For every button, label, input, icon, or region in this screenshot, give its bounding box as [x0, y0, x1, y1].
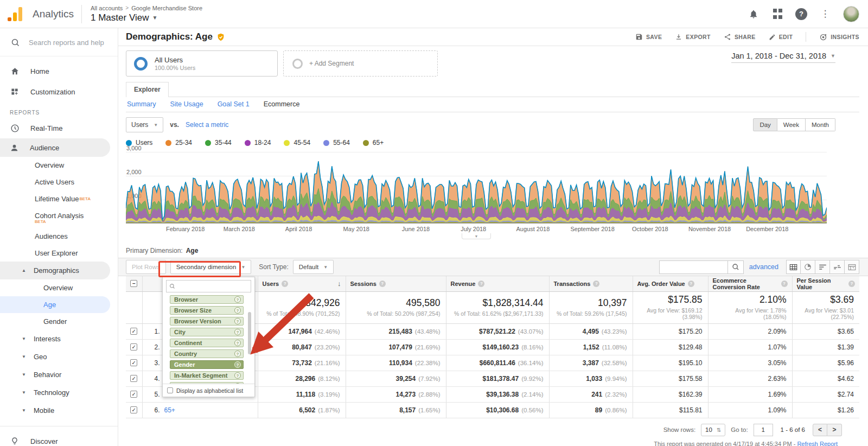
share-button[interactable]: SHARE	[724, 33, 756, 41]
alphabetical-list-checkbox[interactable]	[167, 387, 173, 393]
subtab-summary[interactable]: Summary	[127, 100, 156, 108]
tab-explorer[interactable]: Explorer	[126, 82, 169, 97]
row-checkbox[interactable]: ✓	[130, 328, 137, 335]
dimension-option-gender[interactable]: Gender?	[170, 360, 244, 369]
refresh-report-link[interactable]: Refresh Report	[797, 441, 838, 446]
stacked-area-chart[interactable]	[126, 152, 827, 223]
help-icon[interactable]: ?	[478, 281, 484, 287]
table-search-input[interactable]	[659, 260, 727, 274]
sidebar-item-mobile[interactable]: ▼Mobile	[0, 402, 110, 419]
view-table-button[interactable]	[786, 260, 801, 274]
view-percentage-button[interactable]	[801, 260, 815, 274]
analytics-logo-icon[interactable]	[8, 7, 27, 21]
row-checkbox[interactable]: ✓	[130, 391, 137, 398]
dimension-option-browser[interactable]: Browser?	[170, 295, 244, 304]
help-icon[interactable]: ?	[234, 361, 241, 368]
secondary-dimension-button[interactable]: Secondary dimension ▼	[170, 260, 252, 274]
help-icon[interactable]: ?	[795, 8, 807, 20]
view-selector[interactable]: 1 Master View ▼	[91, 12, 202, 23]
user-avatar[interactable]	[843, 6, 859, 22]
column-header-ecommerce-conversion-rate[interactable]: Ecommerce Conversion Rate?	[708, 276, 792, 291]
granularity-week[interactable]: Week	[777, 118, 806, 131]
granularity-day[interactable]: Day	[753, 118, 777, 131]
row-checkbox[interactable]: ✓	[130, 359, 137, 366]
dimension-option-city[interactable]: City?	[170, 328, 244, 336]
select-all-checkbox[interactable]: –	[126, 276, 142, 291]
save-button[interactable]: SAVE	[635, 33, 662, 41]
help-icon[interactable]: ?	[781, 281, 788, 287]
help-icon[interactable]: ?	[234, 351, 241, 357]
sidebar-item-home[interactable]: Home	[0, 61, 118, 81]
dimension-option-browser-size[interactable]: Browser Size?	[170, 306, 244, 315]
advanced-link[interactable]: advanced	[749, 263, 778, 271]
sidebar-item-audience-overview[interactable]: Overview	[0, 157, 110, 174]
sidebar-item-audience[interactable]: Audience	[0, 138, 110, 157]
plot-rows-button[interactable]: Plot Rows	[126, 260, 166, 274]
date-range-picker[interactable]: Jan 1, 2018 - Dec 31, 2018 ▼	[731, 52, 835, 63]
help-icon[interactable]: ?	[848, 281, 855, 287]
granularity-month[interactable]: Month	[806, 118, 835, 131]
column-header-sessions[interactable]: Sessions?	[346, 276, 446, 291]
breadcrumb-all-accounts[interactable]: All accounts	[91, 5, 123, 11]
sidebar-item-audiences[interactable]: Audiences	[0, 228, 110, 245]
view-performance-button[interactable]	[815, 260, 830, 274]
column-header-avg-order-value[interactable]: Avg. Order Value?	[633, 276, 708, 291]
help-icon[interactable]: ?	[234, 340, 241, 346]
subtab-ecommerce[interactable]: Ecommerce	[264, 100, 300, 108]
sort-descending-icon[interactable]: ↓	[337, 279, 341, 288]
insights-button[interactable]: INSIGHTS	[819, 33, 859, 41]
chart-collapse-handle[interactable]: ▼	[462, 233, 491, 239]
google-apps-grid-icon[interactable]	[771, 8, 783, 20]
help-icon[interactable]: ?	[234, 329, 241, 335]
sidebar-item-demographics-overview[interactable]: Overview	[0, 279, 110, 296]
help-icon[interactable]: ?	[282, 281, 288, 287]
column-header-users[interactable]: Users?↓	[258, 276, 346, 291]
column-header-per-session-value[interactable]: Per Session Value?	[792, 276, 859, 291]
column-header-revenue[interactable]: Revenue?	[446, 276, 549, 291]
dimension-option-language[interactable]: Language?	[170, 382, 244, 384]
timeseries-chart[interactable]: 3,000 2,000 1,000 February 2018March 201…	[126, 152, 827, 239]
row-checkbox[interactable]: ✓	[130, 375, 137, 382]
sidebar-item-realtime[interactable]: Real-Time	[0, 118, 118, 138]
sidebar-item-discover[interactable]: Discover	[0, 431, 118, 446]
edit-button[interactable]: EDIT	[769, 34, 793, 41]
help-icon[interactable]: ?	[593, 281, 599, 287]
dropdown-scrollbar[interactable]	[248, 312, 251, 354]
dimension-option-country[interactable]: Country?	[170, 349, 244, 358]
breadcrumb-account[interactable]: Google Merchandise Store	[131, 5, 202, 11]
help-icon[interactable]: ?	[234, 372, 241, 379]
dimension-option-in-market-segment[interactable]: In-Market Segment?	[170, 371, 244, 380]
primary-dimension-value[interactable]: Age	[186, 247, 199, 254]
sidebar-item-lifetime-value[interactable]: Lifetime ValueBETA	[0, 190, 110, 207]
sidebar-item-demographics[interactable]: ▲ Demographics	[0, 262, 110, 279]
notifications-bell-icon[interactable]	[748, 8, 760, 20]
help-icon[interactable]: ?	[234, 383, 241, 384]
segment-all-users[interactable]: All Users 100.00% Users	[126, 50, 278, 77]
show-rows-selector[interactable]: 10 ⇅	[701, 424, 725, 436]
search-icon[interactable]	[727, 260, 744, 274]
help-icon[interactable]: ?	[688, 281, 694, 287]
dropdown-search-input[interactable]	[177, 283, 242, 290]
sidebar-item-user-explorer[interactable]: User Explorer	[0, 245, 110, 262]
dimension-option-browser-version[interactable]: Browser Version?	[170, 317, 244, 326]
sidebar-item-age[interactable]: Age	[0, 296, 110, 313]
subtab-site-usage[interactable]: Site Usage	[170, 100, 203, 108]
goto-page-input[interactable]	[754, 424, 773, 436]
column-header-transactions[interactable]: Transactions?	[549, 276, 633, 291]
help-icon[interactable]: ?	[379, 281, 386, 287]
sort-type-selector[interactable]: Default ▼	[293, 260, 334, 274]
sidebar-item-active-users[interactable]: Active Users	[0, 174, 110, 190]
metric-selector[interactable]: Users ▼	[126, 117, 163, 132]
view-comparison-button[interactable]	[830, 260, 845, 274]
sidebar-item-customization[interactable]: Customization	[0, 81, 118, 102]
help-icon[interactable]: ?	[234, 307, 241, 314]
age-link[interactable]: 65+	[164, 406, 175, 414]
row-checkbox[interactable]: ✓	[130, 343, 137, 351]
next-page-button[interactable]: >	[827, 424, 842, 436]
sidebar-search[interactable]: Search reports and help	[0, 28, 118, 56]
row-checkbox[interactable]: ✓	[130, 406, 137, 413]
sidebar-item-geo[interactable]: ▼Geo	[0, 348, 110, 366]
sidebar-item-behavior[interactable]: ▼Behavior	[0, 366, 110, 384]
sidebar-item-interests[interactable]: ▼Interests	[0, 330, 110, 348]
add-segment-button[interactable]: + Add Segment	[283, 50, 438, 77]
